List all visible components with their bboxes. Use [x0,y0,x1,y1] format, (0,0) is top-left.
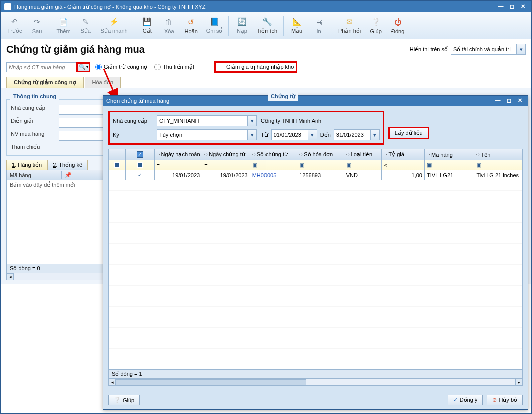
undo-icon: ↺ [186,17,196,27]
label-period: Kỳ [113,132,153,138]
scroll-left-button[interactable]: ◂ [7,273,14,280]
help-toolbar-button[interactable]: ❔Giúp [366,16,386,35]
radio-cash[interactable]: Thu tiền mặt [154,64,194,70]
cancel-icon: ⊘ [492,397,497,403]
filter-panel: Nhà cung cấp CTY_MINHANH▾ Công ty TNHH M… [108,111,384,145]
filter-item-code[interactable]: ▣ [425,160,475,170]
arrow-left-icon: ↶ [10,17,20,27]
cancel-button[interactable]: ⊘Hủy bỏ [487,395,523,405]
table-row[interactable]: ✓ 19/01/2023 19/01/2023 MH00005 1256893 … [109,170,522,180]
load-button[interactable]: 🔄Nạp [232,16,252,35]
cell-currency: VND [344,170,382,180]
power-icon: ⏻ [393,17,403,27]
col-check[interactable]: ✓ [126,149,155,160]
chevron-down-icon[interactable]: ▾ [516,44,525,54]
arrow-right-icon: ↷ [32,17,42,27]
col-item-code[interactable]: Mã hàng [7,171,62,179]
cell-rate: 1,00 [382,170,425,180]
prev-button[interactable]: ↶Trước [4,16,25,35]
supplier-combo[interactable]: CTY_MINHANH▾ [157,115,257,126]
close-button[interactable]: ✕ [518,3,528,10]
delete-button[interactable]: 🗑Xóa [159,16,179,35]
filter-doc-date[interactable]: = [202,160,250,170]
filter-invoice-no[interactable]: ▣ [297,160,344,170]
close-toolbar-button[interactable]: ⏻Đóng [388,16,408,35]
main-toolbar: ↶Trước ↷Sau 📄Thêm ✎Sửa ⚡Sửa nhanh 💾Cất 🗑… [1,12,531,39]
checkbox-icon[interactable] [218,64,224,70]
grid-footer: Số dòng = 0 [7,264,103,273]
subtab-stats[interactable]: 2. Thống kê [47,160,88,170]
col-currency[interactable]: ⇨Loại tiền [344,149,382,160]
chevron-down-icon[interactable]: ▾ [247,116,256,126]
radio-debt-reduction[interactable]: Giảm trừ công nợ [95,64,147,70]
col-item-name[interactable]: ⇨Tên [474,149,522,160]
scroll-left-button[interactable]: ◂ [109,379,116,386]
input-desc[interactable] [59,118,109,128]
next-button[interactable]: ↷Sau [27,16,47,35]
fieldset-document: Chứng từ [268,92,298,101]
filter-item-name[interactable]: ▣ [474,160,522,170]
chevron-down-icon[interactable]: ▾ [247,130,256,140]
utility-button[interactable]: 🔧Tiện ích [254,16,280,35]
col-doc-no[interactable]: ⇨Số chứng từ [250,149,298,160]
scroll-right-button[interactable]: ▸ [515,379,522,386]
dialog-close-button[interactable]: ✕ [515,97,525,104]
dialog-maximize-button[interactable]: ◻ [504,97,514,104]
add-button[interactable]: 📄Thêm [53,16,73,35]
envelope-icon: ✉ [345,17,355,27]
print-button[interactable]: 🖨In [309,16,329,35]
input-buyer[interactable] [59,131,109,141]
col-item-code[interactable]: ⇨Mã hàng [425,149,475,160]
dialog-minimize-button[interactable]: — [493,97,503,104]
label-ref: Tham chiếu [11,144,56,150]
row-checkbox[interactable]: ✓ [137,172,143,178]
undo-button[interactable]: ↺Hoãn [181,16,201,35]
cell-item-code: TIVI_LG21 [425,170,475,180]
scroll-thumb[interactable] [116,379,306,385]
grid-add-hint[interactable]: Bấm vào đây để thêm mới [7,180,103,190]
filter-rate[interactable]: ≤ [382,160,425,170]
from-date[interactable]: 01/01/2023▾ [271,129,317,140]
filter-doc-no[interactable]: ▣ [250,160,298,170]
fetch-button[interactable]: Lấy dữ liệu [388,127,429,139]
checkbox-reduce-stock-value[interactable]: Giảm giá trị hàng nhập kho [214,61,297,73]
help-icon: ❔ [371,17,381,27]
feedback-button[interactable]: ✉Phản hồi [335,16,364,35]
label-supplier: Nhà cung cấp [113,118,153,124]
select-document-dialog: Chọn chứng từ mua hàng — ◻ ✕ Nhà cung cấ… [103,95,528,410]
help-button[interactable]: ❔Giúp [108,395,140,405]
display-select[interactable]: Sổ tài chính và quản trị ▾ [451,44,526,55]
filter-currency[interactable]: ▣ [344,160,382,170]
col-select-all[interactable] [109,149,126,160]
filter-posting-date[interactable]: = [155,160,203,170]
book-icon: 📘 [209,17,219,27]
chevron-down-icon[interactable]: ▾ [308,130,317,140]
subtab-items[interactable]: 11. Hàng tiền. Hàng tiền [6,160,47,170]
ok-button[interactable]: ✓Đồng ý [448,395,483,405]
save-button[interactable]: 💾Cất [137,16,157,35]
col-rate[interactable]: ⇨Tỷ giá [382,149,425,160]
input-supplier[interactable] [59,105,109,115]
minimize-button[interactable]: — [496,3,506,10]
edit-button[interactable]: ✎Sửa [76,16,96,35]
to-date[interactable]: 31/01/2023▾ [334,129,380,140]
post-button[interactable]: 📘Ghi sổ [203,16,226,35]
quick-edit-icon: ⚡ [109,17,119,27]
col-doc-date[interactable]: ⇨Ngày chứng từ [202,149,250,160]
period-combo[interactable]: Tùy chọn▾ [157,129,257,140]
col-invoice-no[interactable]: ⇨Số hóa đơn [297,149,344,160]
tab-debt-document[interactable]: Chứng từ giảm công nợ [6,77,84,88]
search-button[interactable]: 🔍▾ [76,62,90,72]
tab-invoice[interactable]: Hóa đơn [85,77,121,88]
chevron-down-icon[interactable]: ▾ [370,130,379,140]
template-button[interactable]: 📐Mẫu [287,16,307,35]
pin-icon[interactable]: 📌 [62,171,68,179]
cell-doc-no[interactable]: MH00005 [252,172,277,178]
refresh-icon: 🔄 [237,17,247,27]
maximize-button[interactable]: ◻ [507,3,517,10]
horizontal-scrollbar[interactable]: ◂ ▸ [109,378,522,385]
quick-edit-button[interactable]: ⚡Sửa nhanh [98,16,131,35]
search-icon: 🔍 [79,64,86,70]
col-posting-date[interactable]: ⇨Ngày hạch toán [155,149,203,160]
window-title: Hàng mua giảm giá - Giảm trừ công nợ - K… [14,4,205,10]
